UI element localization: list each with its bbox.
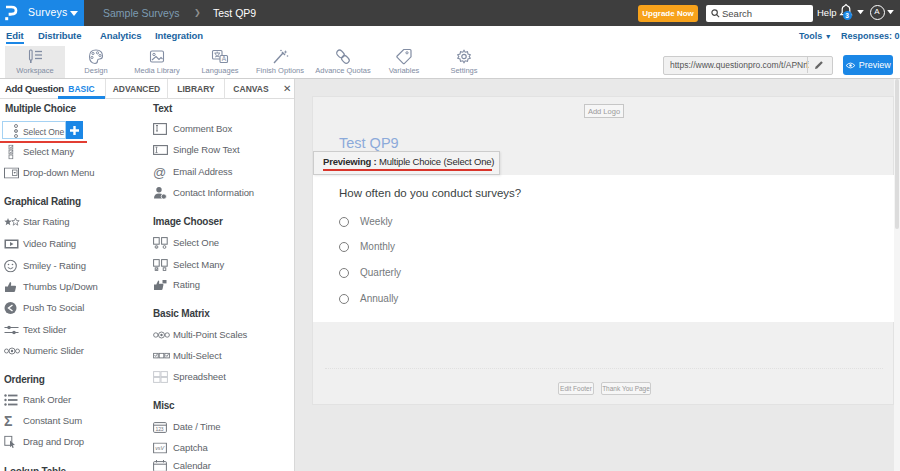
svg-text:A: A <box>222 55 227 62</box>
svg-text:@: @ <box>153 165 166 179</box>
svg-text:vsV: vsV <box>155 445 165 451</box>
svg-text:123: 123 <box>156 426 164 432</box>
svg-text:Σ: Σ <box>4 415 12 428</box>
